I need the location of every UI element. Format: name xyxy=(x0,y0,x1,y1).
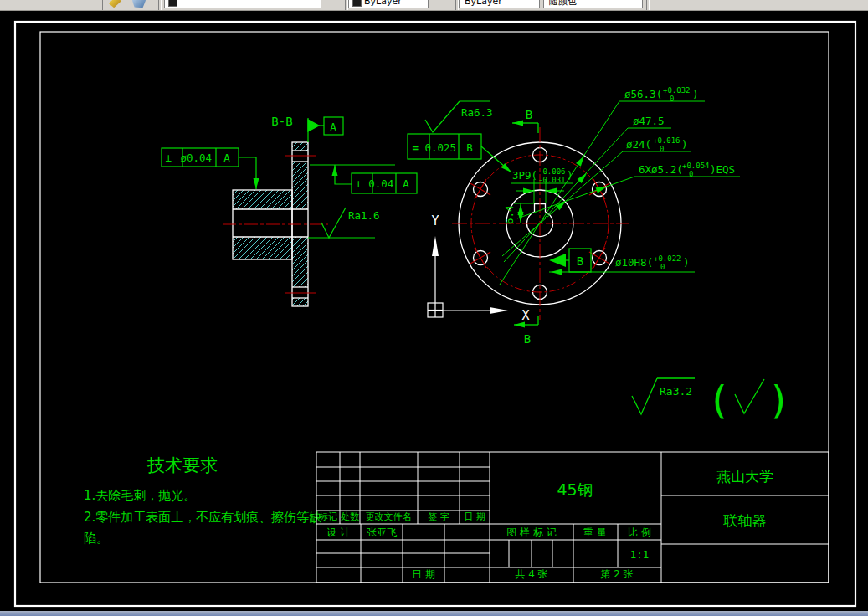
centerlines xyxy=(223,156,328,293)
dim-bolt-holes: 6Xø5.2( +0.054 0 )EQS xyxy=(639,158,735,179)
fcf-perp-text: ⊥ 0.04 A xyxy=(355,177,409,190)
rev-header-date: 日 期 xyxy=(464,511,485,522)
scale-value: 1:1 xyxy=(630,548,650,561)
organization-name: 燕山大学 xyxy=(716,468,773,485)
datum-b-flag xyxy=(549,249,591,272)
roughness-bore-label: Ra1.6 xyxy=(348,209,380,222)
datum-b-label: B xyxy=(577,254,583,268)
window-bottom-strip xyxy=(0,611,868,616)
tech-req-line3: 陷。 xyxy=(84,531,109,546)
paren-close: ) xyxy=(768,377,791,423)
section-label: B-B xyxy=(271,115,292,128)
front-centerlines xyxy=(452,127,629,320)
scale-label: 比 例 xyxy=(628,526,651,538)
front-view-geometry xyxy=(452,127,629,320)
datum-a-label: A xyxy=(330,121,336,133)
sheet-total: 共 4 张 xyxy=(515,568,547,580)
dim-bore-diameter: ø10H8( +0.022 0 ) xyxy=(615,251,690,272)
ucs-x-label: X xyxy=(521,308,529,323)
keyway-dim-lines xyxy=(511,179,573,223)
dim-keyway-depth: 6.4 xyxy=(503,205,516,224)
tech-req-line2: 2.零件加工表面上，不应有划痕、擦伤等缺 xyxy=(84,510,321,525)
dim-outer-diameter: ø56.3( +0.032 0 ) xyxy=(624,83,699,104)
rev-header-mark: 标记 xyxy=(318,511,337,522)
dim-boss-diameter: ø24( +0.016 0 ) xyxy=(626,133,688,154)
sheet-number: 第 2 张 xyxy=(600,568,633,580)
technical-requirements: 技术要求 1.去除毛刺，抛光。 2.零件加工表面上，不应有划痕、擦伤等缺 陷。 xyxy=(84,455,321,546)
section-view-annotations: B-B A ⊥ ø0.04 A xyxy=(162,115,417,238)
section-arrow-label-top: B xyxy=(526,108,532,121)
date-label: 日 期 xyxy=(412,568,435,580)
rev-header-count: 处数 xyxy=(341,511,359,522)
designer-name: 张亚飞 xyxy=(367,526,397,538)
rev-header-signature: 签 字 xyxy=(428,511,449,522)
section-arrow-label-bottom: B xyxy=(524,332,531,346)
roughness-face-label: Ra6.3 xyxy=(461,106,493,119)
material-value: 45钢 xyxy=(557,480,593,499)
fcf-position-text: ⊥ ø0.04 A xyxy=(165,151,230,164)
stamp-label: 图 样 标 记 xyxy=(506,526,556,538)
application-window: ByLayer ByLayer 随颜色 xyxy=(0,0,868,616)
ucs-y-label: Y xyxy=(431,213,439,228)
datum-a-flag xyxy=(308,117,343,142)
dim-bolt-circle: ø47.5 xyxy=(633,115,665,127)
weight-label: 重 量 xyxy=(583,526,607,538)
tech-req-line1: 1.去除毛刺，抛光。 xyxy=(84,488,196,503)
tech-req-title: 技术要求 xyxy=(146,455,218,475)
cad-canvas[interactable]: B-B A ⊥ ø0.04 A xyxy=(0,0,868,616)
dim-keyway-width: 3P9( -0.006 -0.031 ) xyxy=(512,164,573,185)
paren-open: ( xyxy=(707,377,731,423)
rev-header-filename: 更改文件名 xyxy=(366,511,412,522)
part-name: 联轴器 xyxy=(723,512,767,529)
roughness-general-label: Ra3.2 xyxy=(660,385,692,398)
design-label: 设 计 xyxy=(326,526,350,538)
roughness-general-symbol xyxy=(632,378,764,414)
fcf-parallel-text: = 0.025 B xyxy=(412,141,472,154)
